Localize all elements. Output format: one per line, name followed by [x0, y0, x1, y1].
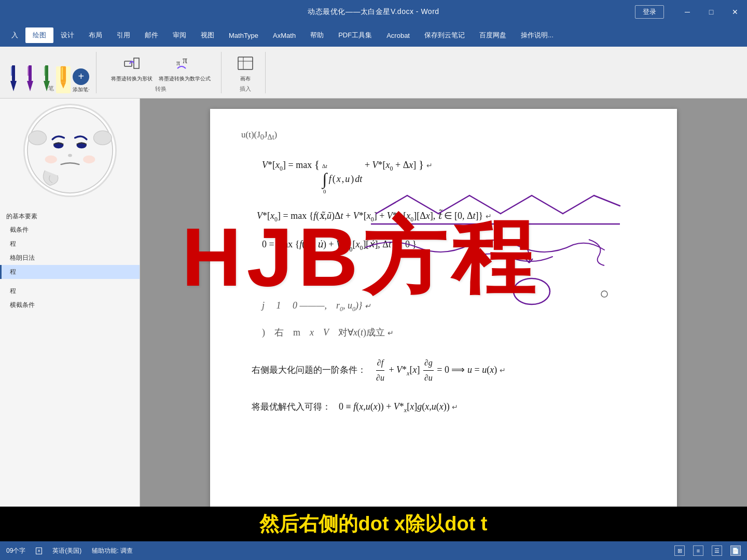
pen-yellow[interactable]: [56, 66, 71, 93]
svg-rect-6: [45, 65, 48, 81]
pen-group: + 添加笔· 笔: [6, 52, 96, 93]
first-order-formula: ∂f ∂u + V*x[x] ∂g ∂u = 0 ⟹ u = u(x): [374, 365, 500, 375]
sidebar-item-2[interactable]: 格朗日法: [0, 251, 140, 265]
sidebar-item-3[interactable]: 程: [0, 265, 140, 279]
plus-icon: +: [73, 68, 89, 85]
menu-item-acrobat[interactable]: Acrobat: [379, 29, 417, 43]
formula-line-4: j 1 0 ———, r0, u0)} ↵: [262, 297, 646, 315]
formula-2-text: V*[x0] = max {f(x̃,ũ)Δt + V*[x0] + V*x0[…: [257, 211, 486, 221]
document-content[interactable]: HJB方程 u(t) (J0 JΔt ) V*[x0] = max { Δt: [140, 99, 747, 541]
add-pen-label: 添加笔·: [73, 86, 90, 93]
menu-item-design[interactable]: 设计: [53, 27, 81, 43]
sidebar-item-0[interactable]: 截条件: [0, 223, 140, 237]
substitute-formula: 0 ≡ f(x,u(x)) + V*x[x]g(x,u(x)): [339, 401, 452, 412]
insert-label: 插入: [240, 85, 251, 93]
menu-item-help[interactable]: 帮助: [303, 27, 331, 43]
menu-item-review[interactable]: 审阅: [165, 27, 193, 43]
convert-math-icon: π π: [175, 54, 194, 75]
view-web-button[interactable]: ≡: [693, 545, 703, 556]
view-outline-button[interactable]: ☰: [712, 545, 722, 556]
canvas-label: 画布: [240, 76, 251, 82]
svg-text:π: π: [183, 55, 187, 65]
macro-close-icon[interactable]: ×: [36, 548, 42, 554]
character-face: [23, 104, 117, 197]
formula-5-text: ) 右 m x V 对∀x(t)成立: [262, 327, 388, 338]
convert-math-button[interactable]: π π 将墨迹转换为数学公式: [157, 52, 213, 84]
doc-header-row: u(t) (J0 JΔt ): [241, 130, 646, 142]
svg-point-25: [83, 156, 95, 163]
menu-item-cloudnote[interactable]: 保存到云笔记: [417, 27, 472, 43]
return-mark-1: ↵: [426, 161, 433, 170]
return-mark-7: ↵: [452, 403, 458, 411]
canvas-icon: [236, 54, 255, 75]
formula-line-6: 右侧最大化问题的一阶条件： ∂f ∂u + V*x[x] ∂g ∂u = 0 ⟹…: [252, 356, 646, 386]
window-title: 动态最优化——太白金星V.docx - Word: [308, 7, 439, 17]
menu-item-pdf[interactable]: PDF工具集: [331, 27, 379, 43]
svg-rect-9: [61, 66, 66, 82]
sidebar-item-5[interactable]: 程: [0, 284, 140, 298]
sidebar-item-4[interactable]: [0, 279, 140, 284]
menu-item-ref[interactable]: 引用: [109, 27, 137, 43]
return-mark-4: ↵: [365, 302, 371, 310]
svg-line-33: [594, 195, 620, 206]
sidebar-content: 的基本要素 截条件 程 格朗日法 程 程 横截条件: [0, 210, 140, 312]
svg-point-20: [93, 131, 112, 145]
sidebar-section-title: 的基本要素: [0, 210, 140, 223]
return-mark-5: ↵: [388, 329, 394, 337]
formula-1-text: V*[x0] = max { Δt ∫ 0 f(x,u)dt + V*[x0 +…: [262, 160, 426, 170]
return-mark-2: ↵: [486, 212, 492, 220]
accessibility-indicator[interactable]: 辅助功能: 调查: [92, 547, 133, 555]
menu-item-mail[interactable]: 邮件: [137, 27, 165, 43]
menu-bar: 入 绘图 设计 布局 引用 邮件 审阅 视图 MathType AxMath 帮…: [0, 24, 747, 47]
window-controls: ─ □ ✕: [675, 0, 747, 24]
right-side-label: 右侧最大化问题的一阶条件：: [252, 365, 366, 375]
svg-point-36: [601, 291, 607, 297]
macro-indicator[interactable]: ×: [36, 548, 42, 554]
formula-4-text: j 1 0 ———, r0, u0)}: [262, 300, 365, 311]
convert-shape-icon: [122, 54, 141, 75]
close-button[interactable]: ✕: [723, 0, 747, 24]
view-print-button[interactable]: ⊞: [674, 545, 685, 556]
login-button[interactable]: 登录: [635, 5, 664, 19]
sidebar-item-1[interactable]: 程: [0, 237, 140, 251]
svg-point-24: [45, 156, 57, 163]
toolbar: + 添加笔· 笔 将墨迹转换为形状 π: [0, 47, 747, 99]
menu-item-layout[interactable]: 布局: [81, 27, 109, 43]
svg-point-19: [29, 131, 47, 145]
svg-text:π: π: [176, 59, 180, 67]
pen-group-label: 笔: [48, 85, 54, 92]
svg-rect-2: [11, 66, 12, 76]
menu-item-baidudisk[interactable]: 百度网盘: [472, 27, 514, 43]
status-bar: 09个字 × 英语(美国) 辅助功能: 调查 ⊞ ≡ ☰ 📄: [0, 541, 747, 560]
svg-marker-10: [61, 82, 66, 88]
maximize-button[interactable]: □: [699, 0, 723, 24]
canvas-section: 画布 插入: [226, 52, 266, 93]
canvas-button[interactable]: 画布: [234, 52, 257, 84]
sidebar: 的基本要素 截条件 程 格朗日法 程 程 横截条件: [0, 99, 140, 541]
menu-item-axmath[interactable]: AxMath: [266, 29, 303, 43]
header-j0: (J0: [254, 130, 264, 142]
substitute-label: 将最优解代入可得：: [252, 402, 331, 412]
formula-line-1: V*[x0] = max { Δt ∫ 0 f(x,u)dt + V*[x0 +…: [262, 154, 646, 197]
pen-blue[interactable]: [6, 66, 21, 93]
svg-rect-5: [27, 66, 29, 76]
svg-rect-3: [29, 65, 32, 81]
menu-item-mathtype[interactable]: MathType: [222, 29, 266, 43]
minimize-button[interactable]: ─: [675, 0, 699, 24]
menu-item-draw[interactable]: 绘图: [25, 27, 53, 43]
language-indicator[interactable]: 英语(美国): [52, 547, 81, 555]
avatar-character: [0, 99, 140, 202]
convert-math-label: 将墨迹转换为数学公式: [159, 76, 211, 82]
subtitle-text: 然后右侧的dot x除以dot t: [259, 513, 487, 535]
add-pen-button[interactable]: + 添加笔·: [73, 68, 90, 93]
header-jdt: JΔt: [264, 130, 274, 142]
formula-line-5: ) 右 m x V 对∀x(t)成立 ↵: [262, 324, 646, 341]
view-read-button[interactable]: 📄: [730, 545, 741, 556]
menu-item-ru[interactable]: 入: [4, 27, 25, 43]
svg-point-18: [27, 108, 113, 193]
menu-item-help2[interactable]: 操作说明...: [514, 27, 561, 43]
sidebar-item-6[interactable]: 横截条件: [0, 298, 140, 312]
menu-item-view[interactable]: 视图: [193, 27, 222, 43]
pen-purple[interactable]: [23, 66, 37, 93]
convert-shape-button[interactable]: 将墨迹转换为形状: [109, 52, 155, 84]
